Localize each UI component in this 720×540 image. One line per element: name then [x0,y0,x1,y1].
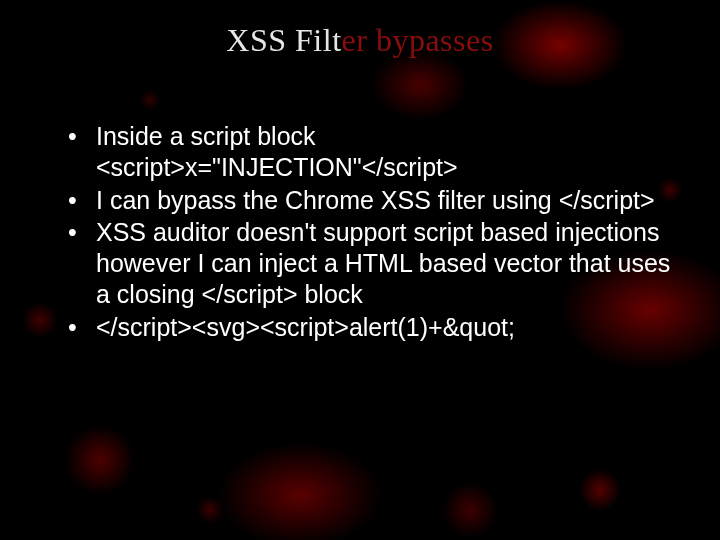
slide: XSS Filter bypasses Inside a script bloc… [0,0,720,540]
list-item: XSS auditor doesn't support script based… [68,217,680,309]
bullet-text: XSS auditor doesn't support script based… [96,218,670,308]
bullet-text: Inside a script block [96,122,316,150]
title-part1: XSS Filt [226,22,341,58]
list-item: Inside a script block <script>x="INJECTI… [68,121,680,183]
bullet-text: </script><svg><script>alert(1)+&quot; [96,313,515,341]
title-part2: er bypasses [342,22,494,58]
list-item: I can bypass the Chrome XSS filter using… [68,185,680,216]
bullet-list: Inside a script block <script>x="INJECTI… [40,121,680,342]
slide-title: XSS Filter bypasses [40,22,680,59]
bullet-text: I can bypass the Chrome XSS filter using… [96,186,655,214]
bullet-text: <script>x="INJECTION"</script> [96,152,680,183]
list-item: </script><svg><script>alert(1)+&quot; [68,312,680,343]
